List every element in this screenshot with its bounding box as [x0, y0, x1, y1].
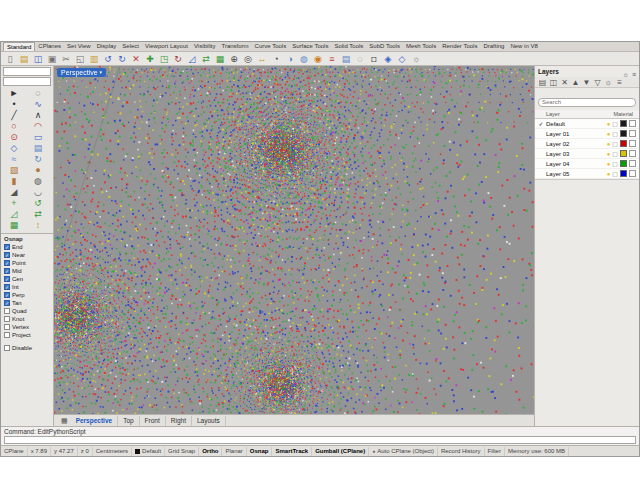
status-z-0[interactable]: z 0: [78, 447, 93, 456]
view-tab-right[interactable]: Right: [166, 416, 192, 426]
hide-icon[interactable]: ◌: [353, 53, 367, 65]
paste-icon[interactable]: ▥: [87, 53, 101, 65]
menu-tab-new-in-v8[interactable]: New in V8: [507, 42, 540, 51]
osnap-knot-checkbox[interactable]: [4, 316, 10, 322]
menu-tab-display[interactable]: Display: [94, 42, 120, 51]
viewport-canvas[interactable]: [54, 66, 534, 414]
status-ortho[interactable]: Ortho: [199, 447, 222, 456]
osnap-end-checkbox[interactable]: ✓: [4, 244, 10, 250]
new-layer-icon[interactable]: ▤: [538, 78, 547, 87]
status-record-history[interactable]: Record History: [438, 447, 485, 456]
layers-search-input[interactable]: [538, 98, 636, 107]
layer-material-swatch[interactable]: [629, 120, 636, 127]
status-planar[interactable]: Planar: [222, 447, 246, 456]
osnap-vertex-checkbox[interactable]: [4, 324, 10, 330]
osnap-int-checkbox[interactable]: ✓: [4, 284, 10, 290]
layer-settings-icon[interactable]: ☼: [604, 78, 613, 87]
layer-lock-icon[interactable]: ▢: [612, 160, 618, 167]
layer-material-swatch[interactable]: [629, 150, 636, 157]
layer-row-default[interactable]: ✓Default●▢: [535, 119, 639, 129]
status-filter[interactable]: Filter: [485, 447, 505, 456]
layer-row-layer-02[interactable]: Layer 02●▢: [535, 139, 639, 149]
zoom-window-icon[interactable]: ◎: [241, 53, 255, 65]
status-centimeters[interactable]: Centimeters: [93, 447, 132, 456]
layer-lock-icon[interactable]: ▢: [612, 150, 618, 157]
arc-icon[interactable]: ◠: [26, 121, 50, 132]
dimension-icon[interactable]: ↕: [26, 220, 50, 231]
view-tab-layouts[interactable]: Layouts: [192, 416, 226, 426]
layer-lock-icon[interactable]: ▢: [612, 140, 618, 147]
wireframe-view-icon[interactable]: ◍: [297, 53, 311, 65]
loft-icon[interactable]: ≈: [2, 154, 26, 165]
viewport-layout-icon[interactable]: ▦: [58, 417, 71, 425]
undo-icon[interactable]: ↺: [101, 53, 115, 65]
layer-material-swatch[interactable]: [629, 170, 636, 177]
rotate-icon[interactable]: ↻: [171, 53, 185, 65]
menu-tab-viewport-layout[interactable]: Viewport Layout: [142, 42, 191, 51]
zoom-extents-icon[interactable]: ⊕: [227, 53, 241, 65]
view-tab-front[interactable]: Front: [140, 416, 166, 426]
layer-material-swatch[interactable]: [629, 130, 636, 137]
menu-tab-surface-tools[interactable]: Surface Tools: [289, 42, 331, 51]
status-memory-use-600-mb[interactable]: Memory use: 600 MB: [505, 447, 569, 456]
menu-tab-select[interactable]: Select: [119, 42, 142, 51]
lock-icon[interactable]: ◘: [367, 53, 381, 65]
layer-row-layer-04[interactable]: Layer 04●▢: [535, 159, 639, 169]
status-smarttrack[interactable]: SmartTrack: [272, 447, 312, 456]
menu-tab-curve-tools[interactable]: Curve Tools: [252, 42, 290, 51]
mirror-tool-icon[interactable]: ⇄: [26, 209, 50, 220]
menu-tab-standard[interactable]: Standard: [3, 42, 35, 51]
mirror-icon[interactable]: ⇄: [199, 53, 213, 65]
menu-tab-cplanes[interactable]: CPlanes: [35, 42, 64, 51]
layer-visibility-bulb-icon[interactable]: ●: [607, 131, 611, 137]
layer-color-swatch[interactable]: [620, 160, 627, 167]
status-default[interactable]: Default: [132, 447, 165, 456]
scale-icon[interactable]: ◿: [185, 53, 199, 65]
layer-visibility-bulb-icon[interactable]: ●: [607, 151, 611, 157]
layer-material-swatch[interactable]: [629, 140, 636, 147]
layer-visibility-bulb-icon[interactable]: ●: [607, 141, 611, 147]
viewport-title-badge[interactable]: Perspective ▾: [57, 68, 106, 77]
layer-color-swatch[interactable]: [620, 120, 627, 127]
layer-row-layer-03[interactable]: Layer 03●▢: [535, 149, 639, 159]
move-icon[interactable]: ✚: [143, 53, 157, 65]
line-icon[interactable]: ╱: [2, 110, 26, 121]
copy-icon[interactable]: ◱: [73, 53, 87, 65]
array-icon[interactable]: ▦: [213, 53, 227, 65]
layer-lock-icon[interactable]: ▢: [612, 130, 618, 137]
polygon-icon[interactable]: ◇: [2, 143, 26, 154]
status-grid-snap[interactable]: Grid Snap: [165, 447, 199, 456]
layers-icon[interactable]: ≡: [325, 53, 339, 65]
menu-tab-set-view[interactable]: Set View: [64, 42, 94, 51]
menu-tab-visibility[interactable]: Visibility: [191, 42, 219, 51]
cylinder-icon[interactable]: ▮: [2, 176, 26, 187]
curve-icon[interactable]: ∿: [26, 99, 50, 110]
rectangle-icon[interactable]: ▭: [26, 132, 50, 143]
menu-tab-subd-tools[interactable]: SubD Tools: [366, 42, 403, 51]
scale-tool-icon[interactable]: ◿: [2, 209, 26, 220]
move-layer-down-icon[interactable]: ▼: [582, 78, 591, 87]
osnap-tan-checkbox[interactable]: ✓: [4, 300, 10, 306]
menu-tab-render-tools[interactable]: Render Tools: [439, 42, 480, 51]
layer-color-swatch[interactable]: [620, 130, 627, 137]
open-file-icon[interactable]: ▤: [17, 53, 31, 65]
osnap-cen-checkbox[interactable]: ✓: [4, 276, 10, 282]
menu-tab-mesh-tools[interactable]: Mesh Tools: [403, 42, 439, 51]
ungroup-icon[interactable]: ◇: [395, 53, 409, 65]
options-icon[interactable]: ☼: [409, 53, 423, 65]
layer-lock-icon[interactable]: ▢: [612, 120, 618, 127]
select-lasso-icon[interactable]: ◌: [26, 88, 50, 99]
surface-icon[interactable]: ▤: [26, 143, 50, 154]
osnap-disable-checkbox[interactable]: [4, 345, 10, 351]
layer-visibility-bulb-icon[interactable]: ●: [607, 121, 611, 127]
revolve-icon[interactable]: ↻: [26, 154, 50, 165]
layer-row-layer-05[interactable]: Layer 05●▢: [535, 169, 639, 179]
layer-row-layer-01[interactable]: Layer 01●▢: [535, 129, 639, 139]
cut-icon[interactable]: ✂: [59, 53, 73, 65]
box-icon[interactable]: ▧: [2, 165, 26, 176]
palette-quick-field-2[interactable]: [3, 77, 51, 86]
status-auto-cplane-object[interactable]: ●Auto CPlane (Object): [369, 447, 438, 456]
sphere-icon[interactable]: ●: [26, 165, 50, 176]
properties-icon[interactable]: ▤: [339, 53, 353, 65]
menu-tab-drafting[interactable]: Drafting: [480, 42, 507, 51]
